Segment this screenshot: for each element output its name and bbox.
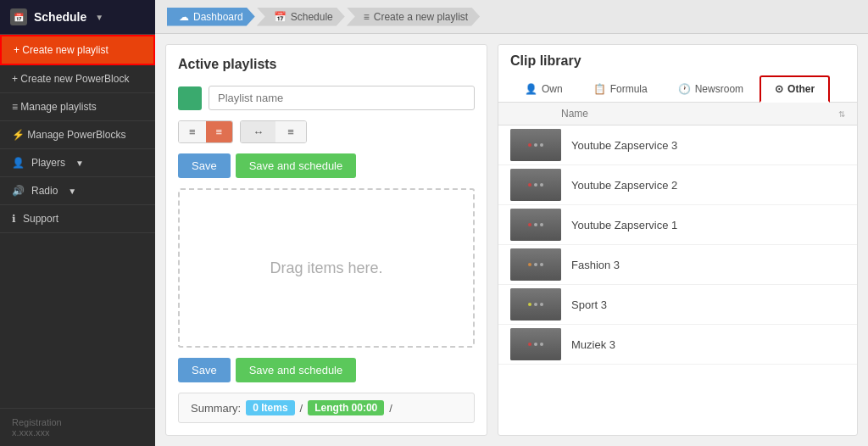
dot-icon	[534, 223, 537, 226]
playlist-name-input[interactable]	[209, 86, 475, 110]
breadcrumb-schedule-label: Schedule	[291, 11, 333, 23]
layout-button-group: ≡ ≡	[178, 120, 233, 143]
clip-tabs: 👤 Own 📋 Formula 🕐 Newsroom ⊙ Other	[510, 75, 845, 102]
clip-library-header: Clip library 👤 Own 📋 Formula 🕐 Newsroom	[498, 45, 857, 103]
players-arrow-icon: ▼	[75, 159, 84, 168]
clip-thumbnail	[510, 209, 561, 241]
dot-icon	[540, 143, 543, 147]
clip-name: Youtube Zapservice 2	[571, 179, 845, 192]
tab-newsroom[interactable]: 🕐 Newsroom	[664, 76, 758, 102]
clip-row[interactable]: Youtube Zapservice 2	[498, 165, 857, 205]
own-tab-icon: 👤	[525, 83, 537, 95]
save-schedule-button-top[interactable]: Save and schedule	[236, 153, 357, 178]
dot-icon	[534, 143, 537, 147]
clip-row[interactable]: Youtube Zapservice 1	[498, 205, 857, 245]
save-button-top[interactable]: Save	[178, 153, 231, 178]
players-label: Players	[31, 157, 65, 169]
sidebar-item-radio[interactable]: 🔊 Radio ▼	[0, 177, 155, 205]
clip-name: Youtube Zapservice 3	[571, 139, 845, 152]
dot-icon	[540, 263, 543, 266]
tab-formula[interactable]: 📋 Formula	[579, 76, 662, 102]
sidebar: 📅 Schedule ▼ + Create new playlist + Cre…	[0, 0, 155, 446]
summary-label: Summary:	[191, 402, 241, 415]
sidebar-footer: Registration x.xxx.xxx	[0, 408, 155, 446]
tab-other[interactable]: ⊙ Other	[760, 75, 830, 103]
color-swatch[interactable]	[178, 86, 202, 110]
dot-icon	[534, 303, 537, 306]
clip-thumbnail	[510, 248, 561, 281]
sidebar-item-create-playlist[interactable]: + Create new playlist	[0, 35, 155, 65]
formula-tab-label: Formula	[610, 83, 648, 95]
dot-icon	[528, 263, 531, 266]
clip-thumbnail	[510, 288, 561, 321]
dot-icon	[528, 303, 531, 306]
other-tab-icon: ⊙	[775, 83, 783, 95]
summary-slash: /	[389, 402, 392, 415]
dot-icon	[540, 343, 543, 346]
sidebar-arrow-icon: ▼	[95, 13, 103, 22]
sidebar-header[interactable]: 📅 Schedule ▼	[0, 0, 155, 35]
clip-row[interactable]: Sport 3	[498, 285, 857, 325]
players-icon: 👤	[12, 157, 25, 169]
playlist-controls: ≡ ≡ ↔ ≡	[178, 120, 475, 143]
clip-thumbnail	[510, 328, 561, 360]
sidebar-schedule-label: Schedule	[34, 10, 86, 24]
tab-own[interactable]: 👤 Own	[510, 76, 577, 102]
active-playlists-title: Active playlists	[178, 57, 475, 72]
name-col-header: Name	[561, 108, 838, 120]
clip-library-panel: Clip library 👤 Own 📋 Formula 🕐 Newsroom	[498, 44, 858, 436]
dot-icon	[528, 183, 531, 187]
sidebar-footer-line2: x.xxx.xxx	[12, 427, 143, 438]
radio-label: Radio	[31, 185, 58, 197]
layout-grid-button[interactable]: ≡	[206, 121, 233, 142]
clip-row[interactable]: Fashion 3	[498, 245, 857, 285]
schedule-icon: 📅	[10, 8, 27, 25]
formula-tab-icon: 📋	[593, 83, 606, 95]
newsroom-tab-label: Newsroom	[695, 83, 743, 95]
clip-row[interactable]: Youtube Zapservice 3	[498, 125, 857, 165]
top-action-buttons: Save Save and schedule	[178, 153, 475, 178]
view-switch-group: ↔ ≡	[240, 120, 307, 143]
dot-icon	[528, 143, 531, 147]
dashboard-icon: ☁	[179, 11, 189, 23]
clip-row[interactable]: Muziek 3	[498, 325, 857, 365]
breadcrumb-schedule[interactable]: 📅 Schedule	[257, 8, 345, 26]
save-button-bottom[interactable]: Save	[178, 358, 231, 382]
summary-bar: Summary: 0 Items / Length 00:00 /	[178, 393, 475, 423]
dot-icon	[540, 183, 543, 187]
main-area: ☁ Dashboard 📅 Schedule ≡ Create a new pl…	[155, 0, 868, 446]
breadcrumb-dashboard[interactable]: ☁ Dashboard	[167, 8, 255, 26]
view-switch-right-button[interactable]: ≡	[275, 121, 306, 142]
clip-name: Fashion 3	[571, 259, 845, 271]
sort-icon[interactable]: ⇅	[838, 109, 845, 119]
clip-rows-container: Youtube Zapservice 3 Youtube Zapservice …	[498, 125, 857, 365]
clip-library-title: Clip library	[510, 53, 845, 69]
clip-name: Muziek 3	[571, 338, 845, 351]
layout-list-button[interactable]: ≡	[179, 121, 206, 142]
clip-thumbnail	[510, 169, 561, 201]
sidebar-item-manage-playlists[interactable]: ≡ Manage playlists	[0, 93, 155, 121]
items-badge: 0 Items	[246, 400, 294, 415]
sidebar-item-manage-powerblocks[interactable]: ⚡ Manage PowerBlocks	[0, 121, 155, 149]
dot-icon	[534, 343, 537, 346]
breadcrumb-create-label: Create a new playlist	[374, 11, 468, 23]
other-tab-label: Other	[787, 83, 815, 95]
sidebar-item-create-powerblock[interactable]: + Create new PowerBlock	[0, 65, 155, 93]
manage-powerblocks-label: ⚡ Manage PowerBlocks	[12, 129, 125, 141]
drag-drop-area: Drag items here.	[178, 188, 475, 348]
sidebar-item-support[interactable]: ℹ Support	[0, 205, 155, 233]
breadcrumb: ☁ Dashboard 📅 Schedule ≡ Create a new pl…	[155, 0, 868, 34]
view-switch-left-button[interactable]: ↔	[241, 121, 275, 142]
length-badge: Length 00:00	[308, 400, 384, 415]
create-powerblock-label: + Create new PowerBlock	[12, 73, 129, 85]
dot-icon	[528, 343, 531, 346]
support-icon: ℹ	[12, 213, 16, 225]
save-schedule-button-bottom[interactable]: Save and schedule	[236, 358, 357, 382]
bottom-action-buttons: Save Save and schedule	[178, 358, 475, 382]
content-area: Active playlists ≡ ≡ ↔ ≡ Save Save and s…	[155, 34, 868, 446]
breadcrumb-create-playlist[interactable]: ≡ Create a new playlist	[347, 8, 480, 26]
drag-text: Drag items here.	[270, 259, 382, 277]
sidebar-item-players[interactable]: 👤 Players ▼	[0, 149, 155, 177]
create-playlist-breadcrumb-icon: ≡	[364, 11, 370, 23]
clip-name: Youtube Zapservice 1	[571, 219, 845, 231]
